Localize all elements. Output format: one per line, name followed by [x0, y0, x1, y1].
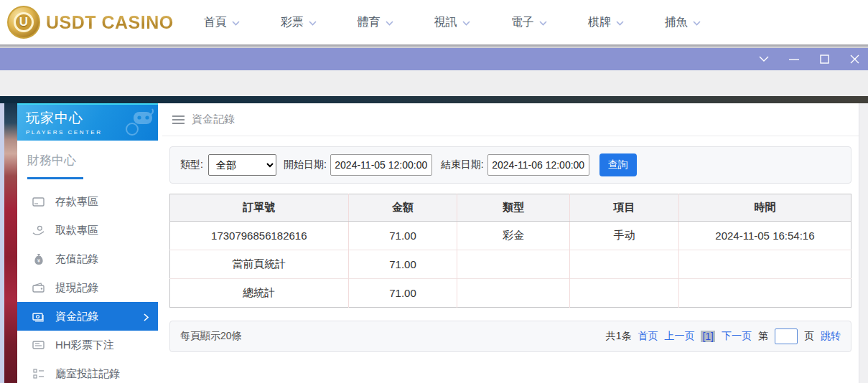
sidebar-item-label: 充值記錄	[55, 252, 98, 266]
column-header: 金額	[348, 194, 457, 222]
gamepad-icon	[121, 108, 154, 139]
table-cell: 手动	[570, 222, 679, 250]
nav-item-label: 首頁	[204, 15, 227, 30]
pagination-bar: 每頁顯示20條 共1条 首页 上一页 [1] 下一页 第 页 跳转	[169, 321, 851, 352]
next-page-link[interactable]: 下一页	[722, 330, 752, 343]
chevron-down-icon	[616, 16, 624, 29]
table-cell: 71.00	[348, 279, 457, 308]
jump-suffix-label: 页	[804, 330, 814, 343]
sidebar-section: 財務中心	[17, 141, 158, 179]
background-banner	[0, 96, 868, 103]
sidebar-item-label: 取款專區	[55, 224, 98, 237]
end-date-input[interactable]	[487, 154, 589, 176]
table-cell	[570, 279, 679, 308]
column-header: 類型	[457, 194, 570, 222]
window-controls	[756, 48, 868, 70]
records-table: 訂單號金額類型項目時間 173079685618261671.00彩金手动202…	[169, 194, 851, 308]
main-nav: 首頁彩票體育視訊電子棋牌捕魚	[204, 15, 701, 30]
sidebar: 玩家中心 PLAYERS CENTER 財務中心 存款專區取款專區¥充值記錄提現…	[17, 103, 158, 383]
sidebar-item-3[interactable]: 提現記錄	[17, 273, 158, 302]
per-page-label: 每頁顯示20條	[180, 330, 242, 343]
nav-item-2[interactable]: 體育	[358, 15, 393, 30]
start-date-input[interactable]	[330, 154, 432, 176]
nav-item-1[interactable]: 彩票	[281, 15, 317, 30]
sidebar-item-2[interactable]: ¥充值記錄	[17, 245, 158, 273]
window-titlebar	[0, 48, 868, 70]
background-photo-strip	[4, 103, 17, 383]
menu-icon[interactable]	[172, 115, 185, 124]
table-cell	[457, 279, 570, 308]
table-cell: 彩金	[457, 222, 570, 250]
first-page-link[interactable]: 首页	[638, 330, 658, 343]
table-cell: 當前頁統計	[170, 250, 349, 279]
nav-item-4[interactable]: 電子	[511, 15, 547, 30]
hand-coin-icon	[32, 224, 45, 237]
bank-card-icon	[32, 196, 45, 208]
chevron-down-icon	[386, 16, 393, 29]
chevron-right-icon	[144, 311, 149, 323]
window-right-margin	[859, 103, 868, 383]
nav-item-label: 捕魚	[665, 15, 688, 30]
table-cell	[570, 250, 679, 279]
main-panel: 資金記錄 類型: 全部 開始日期: 結束日期: 查詢 訂單號金額類型項目時間 1…	[162, 103, 859, 383]
nav-item-label: 電子	[511, 15, 534, 30]
sidebar-section-label: 財務中心	[27, 152, 158, 169]
table-row: 總統計71.00	[170, 279, 851, 308]
jump-button[interactable]: 跳转	[821, 330, 841, 343]
type-label: 類型:	[180, 159, 203, 171]
type-select[interactable]: 全部	[208, 154, 276, 176]
page-title: 資金記錄	[192, 113, 235, 126]
window-maximize-icon[interactable]	[816, 52, 832, 67]
table-cell: 2024-11-05 16:54:16	[678, 222, 851, 250]
search-button[interactable]: 查詢	[599, 153, 637, 176]
nav-item-5[interactable]: 棋牌	[588, 15, 624, 30]
svg-text:¥: ¥	[37, 258, 40, 263]
sidebar-item-1[interactable]: 取款專區	[17, 216, 158, 245]
site-logo[interactable]: U USDT CASINO	[7, 6, 174, 39]
prev-page-link[interactable]: 上一页	[664, 330, 694, 343]
nav-item-label: 彩票	[281, 15, 304, 30]
sidebar-section-underline	[27, 177, 83, 179]
nav-item-label: 視訊	[434, 15, 457, 30]
table-cell: 總統計	[170, 279, 349, 308]
logo-text: USDT CASINO	[46, 12, 174, 33]
sidebar-item-0[interactable]: 存款專區	[17, 187, 158, 216]
nav-item-label: 棋牌	[588, 15, 611, 30]
sidebar-item-5[interactable]: HH彩票下注	[17, 331, 158, 359]
table-cell: 71.00	[348, 250, 457, 279]
chevron-down-icon	[539, 16, 547, 29]
total-count: 共1条	[606, 330, 632, 343]
sidebar-item-label: 資金記錄	[55, 310, 98, 323]
breadcrumb: 資金記錄	[162, 103, 859, 136]
chevron-down-icon	[232, 16, 240, 29]
current-page-indicator: [1]	[701, 331, 715, 342]
sidebar-item-label: 存款專區	[55, 195, 98, 209]
sidebar-header: 玩家中心 PLAYERS CENTER	[17, 103, 158, 141]
room-record-icon	[32, 368, 45, 380]
table-cell: 1730796856182616	[170, 222, 349, 250]
sidebar-item-4[interactable]: 資金記錄	[17, 302, 158, 331]
nav-item-0[interactable]: 首頁	[204, 15, 240, 30]
records-table-body: 173079685618261671.00彩金手动2024-11-05 16:5…	[170, 222, 851, 308]
nav-item-3[interactable]: 視訊	[434, 15, 470, 30]
chevron-down-icon	[309, 16, 317, 29]
main-region: 玩家中心 PLAYERS CENTER 財務中心 存款專區取款專區¥充值記錄提現…	[0, 103, 868, 383]
window-close-icon[interactable]	[846, 52, 862, 67]
filter-bar: 類型: 全部 開始日期: 結束日期: 查詢	[169, 146, 851, 184]
window-minimize-icon[interactable]	[786, 52, 802, 67]
page-number-input[interactable]	[775, 328, 798, 344]
header-row: 訂單號金額類型項目時間	[170, 194, 851, 222]
money-bag-icon: ¥	[32, 253, 45, 265]
logo-coin-icon: U	[7, 6, 40, 39]
sidebar-menu: 存款專區取款專區¥充值記錄提現記錄資金記錄HH彩票下注廳室投註記錄	[17, 187, 158, 383]
chevron-down-icon	[693, 16, 701, 29]
window-collapse-icon[interactable]	[756, 52, 772, 67]
nav-item-6[interactable]: 捕魚	[665, 15, 701, 30]
table-cell	[678, 250, 851, 279]
sidebar-item-6[interactable]: 廳室投註記錄	[17, 359, 158, 383]
cash-record-icon	[32, 311, 45, 323]
table-cell	[678, 279, 851, 308]
window-toolbar-strip	[0, 70, 868, 96]
end-date-label: 結束日期:	[441, 159, 484, 171]
wallet-icon	[32, 282, 45, 294]
